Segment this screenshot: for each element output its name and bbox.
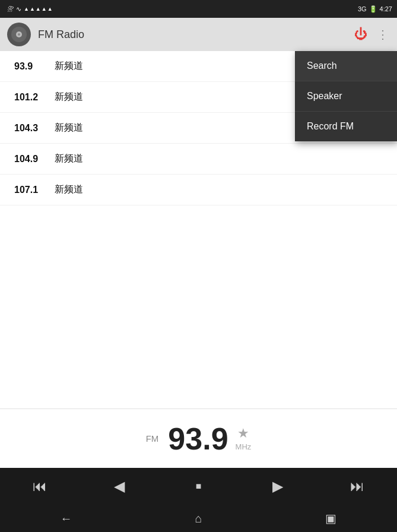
favorite-star-icon[interactable]: ★: [237, 426, 249, 441]
notification-icons: ▲▲▲▲▲: [24, 6, 53, 12]
time-label: 4:27: [380, 5, 392, 12]
menu-item-speaker[interactable]: Speaker: [295, 81, 397, 112]
channel-freq-1: 101.2: [14, 92, 50, 103]
battery-icon: 🔋: [369, 5, 377, 13]
channel-freq-2: 104.3: [14, 123, 50, 134]
channel-name-3: 新频道: [55, 153, 83, 165]
svg-point-2: [18, 33, 20, 36]
dropdown-menu: Search Speaker Record FM: [295, 51, 397, 141]
status-bar: ‪ ⛈ ∿ ▲▲▲▲▲ 3G 🔋 4:27: [0, 0, 397, 18]
channel-name-4: 新频道: [55, 183, 83, 196]
channel-item-3[interactable]: 104.9 新频道: [0, 144, 397, 175]
now-playing-bar: FM 93.9 ★ MHz: [0, 408, 397, 468]
status-right-info: 3G 🔋 4:27: [358, 5, 392, 13]
status-left-icons: ‪ ⛈ ∿ ▲▲▲▲▲: [5, 5, 53, 13]
channel-freq-3: 104.9: [14, 154, 50, 164]
back-button[interactable]: ←: [52, 506, 81, 530]
forward-button[interactable]: ▶: [266, 474, 290, 498]
unit-label: MHz: [236, 442, 252, 451]
menu-item-record-fm[interactable]: Record FM: [295, 112, 397, 141]
rewind-button[interactable]: ◀: [107, 474, 131, 498]
signal-label: 3G: [358, 5, 367, 12]
nav-bar: ← ⌂ ▣: [0, 505, 397, 532]
channel-name-1: 新频道: [55, 91, 83, 103]
stop-button[interactable]: ■: [186, 474, 210, 498]
channel-name-0: 新频道: [55, 60, 83, 72]
controls-bar: ⏮ ◀ ■ ▶ ⏭: [0, 468, 397, 505]
star-mhz-group: ★ MHz: [236, 426, 252, 451]
app-title: FM Radio: [38, 28, 354, 41]
frequency-display: 93.9: [168, 423, 228, 454]
menu-button[interactable]: ⋮: [377, 27, 390, 42]
menu-item-search[interactable]: Search: [295, 51, 397, 81]
channel-freq-4: 107.1: [14, 185, 50, 195]
recents-button[interactable]: ▣: [316, 506, 346, 530]
app-bar: FM Radio ⏻ ⋮: [0, 18, 397, 51]
power-button[interactable]: ⏻: [354, 27, 367, 42]
band-label: FM: [146, 433, 159, 444]
skip-prev-button[interactable]: ⏮: [28, 474, 52, 498]
channel-name-2: 新频道: [55, 122, 83, 134]
wifi-icon: ∿: [16, 5, 21, 13]
skip-next-button[interactable]: ⏭: [345, 474, 369, 498]
headset-icon: ⛈: [7, 5, 14, 12]
channel-freq-0: 93.9: [14, 61, 50, 72]
app-icon: [7, 23, 31, 46]
channel-item-4[interactable]: 107.1 新频道: [0, 175, 397, 205]
home-button[interactable]: ⌂: [184, 506, 214, 530]
